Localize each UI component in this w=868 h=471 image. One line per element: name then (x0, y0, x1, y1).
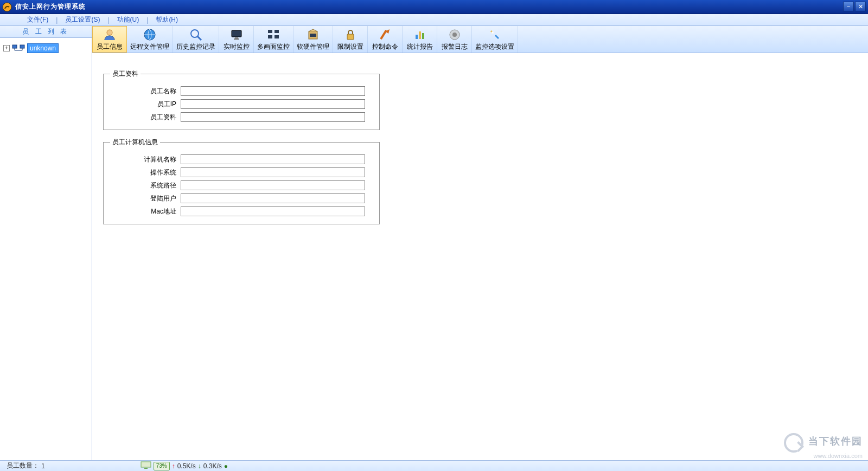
toolbar-label: 员工信息 (97, 42, 123, 51)
label-employee-name: 员工名称 (110, 87, 181, 96)
menubar: 文件(F) | 员工设置(S) | 功能(U) | 帮助(H) (0, 14, 868, 26)
toolbar-realtime[interactable]: 实时监控 (219, 26, 254, 53)
network-monitor-icon (141, 461, 151, 470)
svg-rect-15 (268, 35, 272, 38)
status-count-value: 1 (41, 462, 45, 470)
input-employee-name[interactable] (181, 86, 365, 96)
input-os[interactable] (181, 167, 365, 177)
download-rate: 0.3K/s (203, 462, 222, 470)
svg-rect-21 (419, 31, 421, 39)
input-employee-ip[interactable] (181, 99, 365, 109)
tree-root-row: + unknown (3, 43, 88, 53)
svg-point-8 (191, 30, 199, 37)
toolbar-command[interactable]: 控制命令 (368, 26, 403, 53)
label-computer-name: 计算机名称 (110, 155, 181, 164)
label-login-user: 登陆用户 (110, 194, 181, 203)
form-row: 登陆用户 (110, 193, 373, 203)
toolbar-stats[interactable]: 统计报告 (403, 26, 437, 53)
toolbar-alarm[interactable]: 报警日志 (437, 26, 472, 53)
label-employee-profile: 员工资料 (110, 113, 181, 122)
menu-separator: | (54, 16, 60, 24)
chart-icon (413, 28, 427, 41)
download-arrow-icon: ↓ (198, 462, 201, 470)
svg-rect-16 (275, 35, 279, 38)
menu-file[interactable]: 文件(F) (22, 15, 54, 24)
input-login-user[interactable] (181, 193, 365, 203)
window-title: 信安上网行为管理系统 (15, 2, 86, 11)
close-button[interactable]: ✕ (855, 2, 866, 11)
network-percent: 73% (154, 462, 170, 470)
toolbar: 员工信息 远程文件管理 历史监控记录 实时监控 (92, 26, 868, 53)
toolbar-employee-info[interactable]: 员工信息 (92, 26, 127, 53)
svg-rect-13 (268, 30, 272, 33)
sidebar: 员 工 列 表 + unknown (0, 26, 92, 460)
svg-rect-12 (234, 38, 239, 40)
svg-rect-11 (235, 37, 238, 38)
toolbar-label: 多画面监控 (257, 42, 290, 51)
svg-rect-2 (20, 45, 24, 48)
toolbar-remote-file[interactable]: 远程文件管理 (127, 26, 173, 53)
menu-function[interactable]: 功能(U) (112, 15, 145, 24)
toolbar-label: 监控选项设置 (475, 42, 514, 51)
toolbar-label: 实时监控 (224, 42, 250, 51)
svg-rect-1 (12, 45, 17, 48)
input-computer-name[interactable] (181, 154, 365, 164)
menu-separator: | (105, 16, 111, 24)
user-icon (103, 28, 117, 41)
toolbar-label: 软硬件管理 (297, 42, 329, 51)
minimize-button[interactable]: − (843, 2, 854, 11)
command-icon (378, 28, 392, 41)
lock-icon (343, 28, 358, 41)
upload-arrow-icon: ↑ (172, 462, 175, 470)
form-row: 计算机名称 (110, 154, 373, 164)
status-employee-count: 员工数量： 1 (2, 461, 49, 470)
svg-point-24 (452, 33, 457, 37)
svg-rect-10 (232, 30, 241, 37)
tree-expand-icon[interactable]: + (3, 45, 10, 51)
form-row: 操作系统 (110, 167, 373, 177)
employee-tree: + unknown (0, 38, 92, 59)
upload-rate: 0.5K/s (177, 462, 196, 470)
tree-root-label[interactable]: unknown (27, 43, 59, 53)
group-legend: 员工计算机信息 (110, 138, 160, 147)
content-area: 员工资料 员工名称 员工IP 员工资料 员工计算机信息 计算机名称 (92, 53, 868, 460)
main-area: 员工信息 远程文件管理 历史监控记录 实时监控 (92, 26, 868, 460)
group-legend: 员工资料 (110, 69, 141, 79)
statusbar: 员工数量： 1 73% ↑ 0.5K/s ↓ 0.3K/s ● (0, 460, 868, 471)
input-mac[interactable] (181, 207, 365, 216)
toolbar-history[interactable]: 历史监控记录 (173, 26, 219, 53)
refresh-dot-icon: ● (224, 462, 228, 470)
svg-point-25 (492, 31, 494, 34)
svg-rect-19 (347, 34, 354, 40)
form-row: 系统路径 (110, 180, 373, 190)
toolbar-options[interactable]: 监控选项设置 (472, 26, 518, 53)
tools-icon (488, 28, 502, 41)
status-network: 73% ↑ 0.5K/s ↓ 0.3K/s ● (136, 461, 232, 470)
form-row: 员工名称 (110, 86, 373, 96)
form-row: 员工资料 (110, 112, 373, 122)
svg-point-6 (107, 30, 112, 35)
package-icon (306, 28, 320, 41)
app-logo-icon (2, 2, 12, 12)
magnifier-icon (189, 28, 203, 41)
label-mac: Mac地址 (110, 207, 181, 216)
network-icon (12, 44, 25, 53)
label-employee-ip: 员工IP (110, 100, 181, 109)
toolbar-limits[interactable]: 限制设置 (333, 26, 368, 53)
toolbar-label: 统计报告 (407, 42, 433, 51)
svg-rect-18 (310, 34, 316, 37)
toolbar-label: 远程文件管理 (130, 42, 169, 51)
group-employee-info: 员工资料 员工名称 员工IP 员工资料 (103, 69, 380, 130)
bell-icon (448, 28, 462, 41)
svg-rect-26 (141, 462, 151, 467)
svg-rect-20 (416, 35, 418, 39)
input-employee-profile[interactable] (181, 112, 365, 122)
globe-icon (143, 28, 157, 41)
toolbar-multiscreen[interactable]: 多画面监控 (254, 26, 293, 53)
menu-staff-settings[interactable]: 员工设置(S) (60, 15, 105, 24)
input-syspath[interactable] (181, 180, 365, 190)
toolbar-swhw[interactable]: 软硬件管理 (293, 26, 333, 53)
menu-separator: | (144, 16, 150, 24)
svg-rect-27 (144, 468, 148, 469)
menu-help[interactable]: 帮助(H) (150, 15, 183, 24)
